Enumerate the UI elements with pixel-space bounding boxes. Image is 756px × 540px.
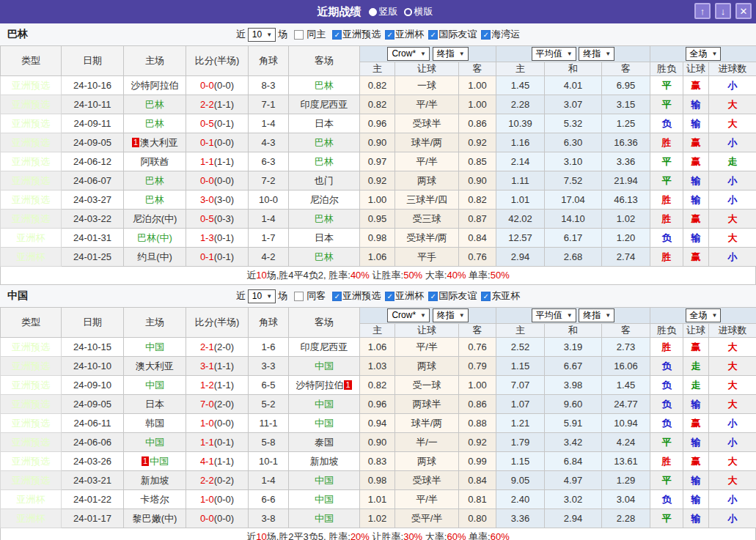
competition-checkbox[interactable]: ✓ (428, 30, 438, 40)
match-type: 亚洲杯 (1, 248, 62, 267)
euro-away-odds: 3.04 (602, 490, 650, 509)
asia-handicap: 受球半 (395, 471, 459, 490)
result-goals: 大 (709, 471, 756, 490)
asia-away-odds: 1.00 (459, 376, 496, 395)
layout-radio[interactable] (369, 8, 377, 16)
recent-results-window: 近期战绩 竖版横版 ↑ ↓ ✕ 巴林 近 10▼ 场 同主 ✓亚洲预选✓亚洲杯✓… (0, 0, 756, 540)
asia-time-select[interactable]: 终指▼ (433, 308, 469, 322)
move-up-button[interactable]: ↑ (694, 3, 711, 19)
competition-checkbox[interactable]: ✓ (385, 30, 394, 40)
move-down-button[interactable]: ↓ (715, 3, 731, 19)
result-goals: 大 (709, 210, 756, 229)
euro-home-odds: 2.52 (496, 338, 545, 357)
result-handicap: 输 (683, 95, 709, 114)
same-venue-checkbox[interactable] (294, 30, 304, 40)
asia-home-odds: 1.06 (360, 338, 395, 357)
match-type: 亚洲预选 (1, 95, 62, 114)
table-row: 亚洲杯 24-01-17 黎巴嫩(中) 0-0(0-0) 3-8 中国 1.02… (1, 509, 756, 528)
summary-segment: 让胜率: (370, 531, 403, 540)
competition-checkbox[interactable]: ✓ (332, 292, 342, 301)
asia-company-select[interactable]: Crow*▼ (387, 47, 430, 61)
euro-company-select[interactable]: 平均值▼ (532, 47, 576, 61)
euro-home-odds: 10.39 (496, 114, 545, 133)
score: 3-0(3-0) (186, 191, 249, 210)
asia-handicap: 平手 (395, 248, 459, 267)
team-name: 中国 (7, 289, 28, 303)
home-team: 澳大利亚 (124, 357, 186, 376)
col-header-home: 主场 (124, 46, 186, 76)
corners: 1-7 (249, 229, 289, 248)
asia-handicap: 平/半 (395, 95, 459, 114)
subheader-euro-away: 客 (602, 324, 650, 338)
home-team: 黎巴嫩(中) (124, 509, 186, 528)
recent-count-select[interactable]: 10▼ (248, 289, 276, 303)
home-team: 卡塔尔 (124, 490, 186, 509)
away-team: 泰国 (289, 433, 360, 452)
asia-company-select[interactable]: Crow*▼ (387, 308, 430, 322)
home-team: 日本 (124, 395, 186, 414)
close-button[interactable]: ✕ (735, 3, 752, 19)
result-goals: 小 (709, 191, 756, 210)
result-goals: 小 (709, 133, 756, 152)
euro-company-select[interactable]: 平均值▼ (532, 308, 576, 322)
score: 1-1(0-1) (186, 433, 249, 452)
competition-checkbox[interactable]: ✓ (332, 30, 342, 40)
filter-controls: 近 10▼ 场 同客 ✓亚洲预选✓亚洲杯✓国际友谊✓东亚杯 (236, 289, 520, 303)
asia-home-odds: 0.83 (360, 452, 395, 471)
euro-odds-group-header: 平均值▼ 终指▼ (496, 308, 650, 324)
match-type: 亚洲预选 (1, 395, 62, 414)
score: 0-1(0-0) (186, 133, 249, 152)
subheader-result-wdl: 胜负 (650, 324, 683, 338)
match-date: 24-01-31 (62, 229, 124, 248)
result-goals: 大 (709, 395, 756, 414)
layout-radio[interactable] (404, 8, 412, 16)
result-wdl: 胜 (650, 133, 683, 152)
result-scope-select[interactable]: 全场▼ (686, 308, 722, 322)
asia-away-odds: 0.92 (459, 133, 496, 152)
table-row: 亚洲预选 24-03-21 新加坡 2-2(0-2) 1-4 中国 0.98 受… (1, 471, 756, 490)
chevron-down-icon: ▼ (266, 293, 272, 300)
result-goals: 小 (709, 414, 756, 433)
asia-handicap: 受三球 (395, 210, 459, 229)
competition-checkbox[interactable]: ✓ (481, 30, 491, 40)
corners: 8-3 (249, 76, 289, 95)
corners: 7-2 (249, 171, 289, 191)
match-date: 24-09-05 (62, 133, 124, 152)
corners: 3-3 (249, 357, 289, 376)
competition-checkbox[interactable]: ✓ (385, 292, 394, 301)
corners: 6-5 (249, 376, 289, 395)
euro-odds-group-header: 平均值▼ 终指▼ (496, 46, 650, 62)
euro-away-odds: 1.45 (602, 376, 650, 395)
home-team: 中国 (124, 433, 186, 452)
filter-row: 中国 近 10▼ 场 同客 ✓亚洲预选✓亚洲杯✓国际友谊✓东亚杯 (0, 285, 756, 307)
euro-draw-odds: 9.60 (545, 395, 602, 414)
chevron-down-icon: ▼ (567, 51, 573, 57)
euro-time-select[interactable]: 终指▼ (579, 308, 614, 322)
euro-time-select[interactable]: 终指▼ (579, 47, 614, 61)
euro-away-odds: 1.25 (602, 114, 650, 133)
subheader-euro-away: 客 (602, 62, 650, 76)
match-type: 亚洲预选 (1, 133, 62, 152)
subheader-result-handicap: 让球 (683, 62, 709, 76)
recent-count-select[interactable]: 10▼ (248, 28, 276, 42)
home-team: 1澳大利亚 (124, 133, 186, 152)
col-header-away: 客场 (289, 46, 360, 76)
euro-draw-odds: 3.98 (545, 376, 602, 395)
euro-away-odds: 10.94 (602, 414, 650, 433)
same-venue-checkbox[interactable] (294, 292, 304, 301)
asia-time-select[interactable]: 终指▼ (433, 47, 469, 61)
competition-checkbox[interactable]: ✓ (428, 292, 438, 301)
euro-home-odds: 9.05 (496, 471, 545, 490)
euro-home-odds: 12.57 (496, 229, 545, 248)
subheader-asia-home: 主 (360, 324, 395, 338)
result-scope-select[interactable]: 全场▼ (686, 47, 722, 61)
home-team: 约旦(中) (124, 248, 186, 267)
result-handicap: 输 (683, 471, 709, 490)
table-row: 亚洲预选 24-03-22 尼泊尔(中) 0-5(0-3) 1-4 巴林 0.9… (1, 210, 756, 229)
corners: 10-0 (249, 191, 289, 210)
result-wdl: 胜 (650, 191, 683, 210)
table-row: 亚洲预选 24-10-15 中国 2-1(2-0) 1-6 印度尼西亚 1.06… (1, 338, 756, 357)
results-table: 类型 日期 主场 比分(半场) 角球 客场 Crow*▼ 终指▼ 平均值▼ 终指… (0, 307, 756, 528)
competition-checkbox[interactable]: ✓ (481, 292, 491, 301)
euro-draw-odds: 6.30 (545, 133, 602, 152)
